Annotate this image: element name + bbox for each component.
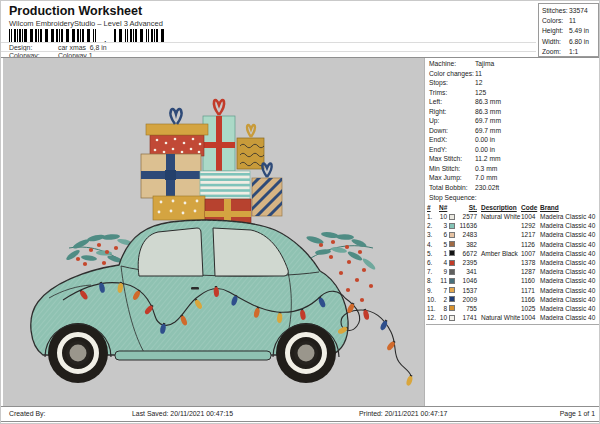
col-code: Code	[521, 204, 538, 211]
summary-height: Height:5.49 in	[542, 26, 598, 36]
summary-stitches: Stitches:33574	[542, 6, 598, 16]
machine-row: Total Bobbin:230.02ft	[429, 184, 499, 191]
table-row: 10.220091166Madeira Classic 40	[427, 295, 599, 304]
col-description: Description	[477, 204, 521, 211]
navy-heart-bow	[171, 109, 182, 124]
summary-colors: Colors:11	[542, 16, 598, 26]
table-bottom-divider	[426, 324, 599, 325]
stop-sequence-header: # N# St. Description Code Brand	[427, 203, 599, 212]
summary-box: Stitches:33574 Colors:11 Height:5.49 in …	[538, 3, 599, 57]
table-row: 7.93411287Madeira Classic 40	[427, 267, 599, 276]
col-stitches: St.	[457, 204, 477, 211]
machine-info-panel: Machine:Tajima Color changes:11 Stops:12…	[426, 58, 600, 406]
table-row: 5.16672Amber Black1007Madeira Classic 40	[427, 249, 599, 258]
thread-swatch	[449, 315, 455, 321]
machine-row: Max Jump:7.0 mm	[429, 174, 497, 181]
table-row: 3.624831217Madeira Classic 40	[427, 230, 599, 239]
design-value: car xmas_6,8 in	[58, 44, 107, 51]
design-label: Design:	[9, 44, 58, 51]
door-handle	[191, 287, 199, 290]
thread-swatch	[449, 296, 455, 302]
embroidery-design-car-with-gifts	[3, 58, 424, 406]
thread-swatch	[449, 278, 455, 284]
worksheet-header: Production Worksheet Wilcom EmbroiderySt…	[1, 1, 600, 58]
printed: Printed: 20/11/2021 00:47:17	[359, 410, 447, 417]
machine-row: EndX:0.00 in	[429, 136, 495, 143]
design-barcode: ,	[9, 29, 166, 42]
gift-gold-squiggle	[237, 125, 264, 169]
last-saved: Last Saved: 20/11/2021 00:47:15	[132, 410, 233, 417]
table-row: 12.101741Natural White1004Madeira Classi…	[427, 313, 599, 322]
summary-width: Width:6.80 in	[542, 37, 598, 47]
table-row: 2.3116361292Madeira Classic 40	[427, 221, 599, 230]
created-by: Created By:	[9, 410, 45, 417]
table-row: 11.87551025Madeira Classic 40	[427, 304, 599, 313]
running-board	[115, 351, 271, 360]
app-subtitle: Wilcom EmbroideryStudio – Level 3 Advanc…	[9, 19, 163, 28]
machine-row: Right:86.3 mm	[429, 108, 501, 115]
machine-row: Up:69.7 mm	[429, 117, 501, 124]
thread-swatch	[449, 287, 455, 293]
stop-sequence-title: Stop Sequence:	[429, 194, 477, 201]
gold-bow	[247, 125, 255, 137]
design-canvas	[1, 58, 425, 406]
barcode-segment-2	[114, 29, 166, 42]
gift-stack	[141, 100, 301, 230]
table-row: 6.423951378Madeira Classic 40	[427, 258, 599, 267]
machine-row: Left:86.3 mm	[429, 98, 501, 105]
table-row: 4.53821126Madeira Classic 40	[427, 240, 599, 249]
stop-sequence-table: 1.102577Natural White1004Madeira Classic…	[427, 212, 599, 322]
machine-row: Down:69.7 mm	[429, 127, 501, 134]
thread-swatch	[449, 223, 455, 229]
thread-swatch	[449, 214, 455, 220]
gift-teal-striped	[200, 171, 250, 199]
table-row: 9.715371171Madeira Classic 40	[427, 286, 599, 295]
thread-swatch	[449, 241, 455, 247]
table-row: 8.1110461160Madeira Classic 40	[427, 276, 599, 285]
col-needle: N#	[439, 204, 447, 211]
barcode-segment-1	[9, 29, 97, 42]
gift-gold-polka	[153, 196, 205, 220]
gift-mint-red-ribbon	[203, 100, 235, 171]
page-title: Production Worksheet	[9, 4, 142, 18]
page-number: Page 1 of 1	[560, 410, 595, 417]
production-worksheet-page: Production Worksheet Wilcom EmbroiderySt…	[0, 0, 600, 424]
col-brand: Brand	[538, 204, 599, 211]
thread-swatch	[449, 260, 455, 266]
col-seq: #	[427, 204, 439, 211]
red-bow	[214, 100, 224, 115]
gift-kraft-navy-diagonal	[245, 163, 301, 228]
machine-row: Max Stitch:11.2 mm	[429, 155, 501, 162]
thread-swatch	[449, 269, 455, 275]
thread-swatch	[449, 305, 455, 311]
design-row: Design:car xmas_6,8 in	[9, 44, 107, 51]
gift-tan-navy-cross	[141, 154, 201, 198]
thread-swatch	[449, 232, 455, 238]
worksheet-footer: Created By: Last Saved: 20/11/2021 00:47…	[1, 406, 600, 422]
machine-row: Trims:125	[429, 89, 486, 96]
thread-swatch	[449, 250, 455, 256]
machine-row: Min Stitch:0.3 mm	[429, 165, 497, 172]
machine-row: Machine:Tajima	[429, 60, 494, 67]
machine-row: Stops:12	[429, 79, 482, 86]
gift-red-polka-gold-lid	[146, 109, 208, 156]
table-row: 1.102577Natural White1004Madeira Classic…	[427, 212, 599, 221]
machine-row: Color changes:11	[429, 70, 482, 77]
summary-zoom: Zoom:1:1	[542, 47, 598, 57]
machine-row: EndY:0.00 in	[429, 146, 495, 153]
